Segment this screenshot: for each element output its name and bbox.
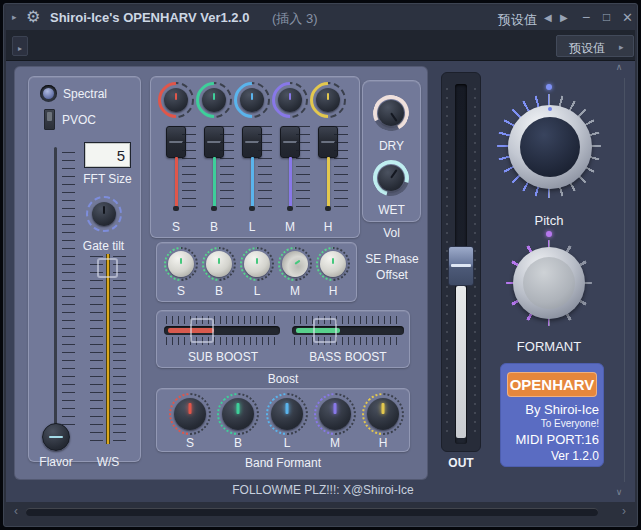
mid-knob-h[interactable] xyxy=(316,247,350,281)
out-fader-ticks-right xyxy=(474,88,476,438)
eq-slider-track-l[interactable] xyxy=(251,157,254,209)
spectral-radio[interactable] xyxy=(40,85,57,102)
band-formant-label-s: S xyxy=(176,436,204,450)
band-formant-knob-l[interactable] xyxy=(266,393,308,435)
surface-preset-button[interactable]: 预设值 ▸ xyxy=(556,35,634,57)
sub-boost-handle[interactable] xyxy=(190,318,214,343)
flavor-slider-track[interactable] xyxy=(54,147,57,439)
scroll-up-icon[interactable]: ∧ xyxy=(612,62,626,72)
eq-slider-track-h[interactable] xyxy=(327,157,330,209)
window-title: Shiroi-Ice's OPENHARV Ver1.2.0 xyxy=(50,10,249,25)
dry-knob[interactable] xyxy=(373,95,409,131)
info-box: OPENHARV By Shiroi-Ice To Everyone! MIDI… xyxy=(500,363,604,467)
scroll-right-icon[interactable]: › xyxy=(618,504,630,518)
eq-slider-track-m[interactable] xyxy=(289,157,292,209)
fft-size-field[interactable]: 5 xyxy=(84,142,131,168)
eq-gain-knob-b[interactable] xyxy=(196,82,232,118)
pitch-knob[interactable] xyxy=(508,105,592,189)
dry-label: DRY xyxy=(362,139,421,153)
formant-top-dot xyxy=(546,231,552,237)
openharv-badge: OPENHARV xyxy=(507,372,597,397)
bass-boost-handle[interactable] xyxy=(313,318,337,343)
pvoc-label: PVOC xyxy=(62,113,96,127)
tab-menu-arrow-button[interactable]: ▸ xyxy=(12,36,28,56)
band-formant-knob-h[interactable] xyxy=(362,393,404,435)
pvoc-led-light xyxy=(47,112,52,121)
eq-slider-track-b[interactable] xyxy=(213,157,216,209)
scroll-down-icon[interactable]: ∨ xyxy=(612,487,626,497)
info-to: To Everyone! xyxy=(505,418,599,429)
out-fader-handle[interactable] xyxy=(448,246,474,286)
formant-knob[interactable] xyxy=(513,247,585,319)
band-formant-knob-b[interactable] xyxy=(217,393,259,435)
surface-preset-label: 预设值 xyxy=(569,40,605,57)
fft-size-label: FFT Size xyxy=(70,172,145,186)
openharv-brand: OPENHARV xyxy=(510,376,595,393)
bass-boost-ruler-bottom xyxy=(294,337,402,345)
scroll-left-icon[interactable]: ‹ xyxy=(10,504,22,518)
boost-group-label: Boost xyxy=(216,372,350,386)
eq-slider-track-s[interactable] xyxy=(175,157,178,209)
band-formant-label-h: H xyxy=(369,436,397,450)
eq-slider-end-b xyxy=(211,206,217,211)
eq-slider-ruler-s xyxy=(182,126,196,210)
sub-boost-ruler-bottom xyxy=(166,337,280,345)
eq-slider-end-m xyxy=(287,206,293,211)
vol-group-label: Vol xyxy=(362,226,421,240)
mid-knob-label-b: B xyxy=(205,284,233,298)
ws-label: W/S xyxy=(88,455,128,469)
bass-boost-slider[interactable] xyxy=(292,326,404,335)
bass-boost-ruler-top xyxy=(294,316,402,324)
gear-icon[interactable]: ⚙ xyxy=(26,7,40,26)
ws-slider-track[interactable] xyxy=(106,254,110,444)
eq-gain-knob-l[interactable] xyxy=(234,82,270,118)
pvoc-led[interactable] xyxy=(44,109,55,130)
wet-knob[interactable] xyxy=(373,160,409,196)
plugin-window: ▸ ⚙ Shiroi-Ice's OPENHARV Ver1.2.0 (插入 3… xyxy=(0,0,641,530)
window-title-slot: (插入 3) xyxy=(272,10,318,28)
mid-knob-s[interactable] xyxy=(164,247,198,281)
ws-ruler-right xyxy=(113,256,126,442)
spectral-label: Spectral xyxy=(63,87,107,101)
out-fader-fill xyxy=(456,286,466,438)
se-phase-label-line2: Offset xyxy=(352,268,432,282)
tab-menu-arrow-icon: ▸ xyxy=(18,44,22,53)
eq-gain-knob-s[interactable] xyxy=(158,82,194,118)
close-button[interactable]: ✕ xyxy=(622,10,633,25)
eq-gain-knob-m[interactable] xyxy=(272,82,308,118)
ws-slider-handle[interactable] xyxy=(97,258,118,278)
preset-prev-icon[interactable]: ◀ xyxy=(544,12,552,23)
horizontal-scrollbar[interactable] xyxy=(26,508,598,516)
flavor-knob-line xyxy=(49,436,63,438)
mid-knob-l[interactable] xyxy=(240,247,274,281)
eq-slider-end-h xyxy=(325,206,331,211)
pitch-label: Pitch xyxy=(509,213,589,228)
sub-boost-slider[interactable] xyxy=(164,326,280,335)
gate-tilt-knob[interactable] xyxy=(92,202,116,226)
eq-slider-end-l xyxy=(249,206,255,211)
eq-slider-ruler-m xyxy=(296,126,310,210)
flavor-knob[interactable] xyxy=(42,423,70,451)
info-by: By Shiroi-Ice xyxy=(505,402,599,417)
pitch-top-dot xyxy=(546,84,552,90)
band-formant-label-m: M xyxy=(321,436,349,450)
minimize-button[interactable]: − xyxy=(582,9,590,25)
maximize-button[interactable]: □ xyxy=(603,10,610,24)
band-formant-knob-m[interactable] xyxy=(314,393,356,435)
sub-boost-label: SUB BOOST xyxy=(165,350,281,364)
eq-gain-knob-h[interactable] xyxy=(310,82,346,118)
eq-band-label-h: H xyxy=(314,220,342,234)
preset-next-icon[interactable]: ▶ xyxy=(560,12,568,23)
fft-size-value: 5 xyxy=(117,147,125,164)
vertical-scrollbar-track[interactable] xyxy=(624,78,625,482)
flavor-slider-ruler xyxy=(62,152,75,430)
surface-preset-arrow-icon: ▸ xyxy=(619,42,624,52)
preset-label: 预设值 xyxy=(498,11,537,29)
mid-knob-label-m: M xyxy=(281,284,309,298)
mid-knob-b[interactable] xyxy=(202,247,236,281)
plugin-menu-arrow-icon[interactable]: ▸ xyxy=(12,12,17,22)
band-formant-label-l: L xyxy=(273,436,301,450)
band-formant-knob-s[interactable] xyxy=(169,393,211,435)
mid-knob-m[interactable] xyxy=(278,247,312,281)
titlebar: ▸ ⚙ Shiroi-Ice's OPENHARV Ver1.2.0 (插入 3… xyxy=(6,6,635,30)
